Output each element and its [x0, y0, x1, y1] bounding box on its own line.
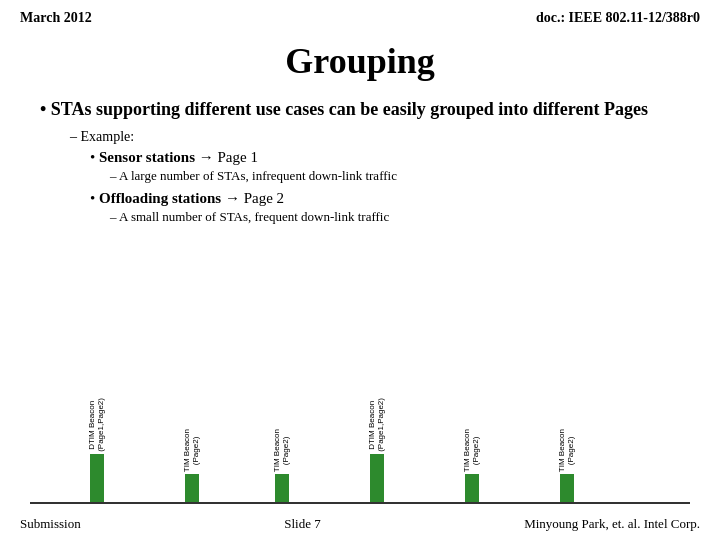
- sub-list: – Example: • Sensor stations → Page 1 – …: [40, 129, 680, 225]
- bullet-dot: •: [40, 99, 51, 119]
- sensor-bullet-dot: •: [90, 149, 99, 165]
- offload-desc: – A small number of STAs, frequent down-…: [70, 209, 680, 225]
- sensor-stations-text: Sensor stations: [99, 149, 195, 165]
- offload-stations-text: Offloading stations: [99, 190, 221, 206]
- footer-center: Slide 7: [81, 516, 524, 532]
- header-right: doc.: IEEE 802.11-12/388r0: [536, 10, 700, 26]
- beacon-0: DTIM Beacon (Page1,Page2): [90, 454, 104, 502]
- beacon-label-4: TIM Beacon (Page2): [463, 429, 481, 472]
- beacon-1: TIM Beacon (Page2): [185, 474, 199, 502]
- diagram-section: DTIM Beacon (Page1,Page2)TIM Beacon (Pag…: [30, 389, 690, 504]
- header-bar: March 2012 doc.: IEEE 802.11-12/388r0: [0, 0, 720, 32]
- beacon-3: DTIM Beacon (Page1,Page2): [370, 454, 384, 502]
- beacon-label-2: TIM Beacon (Page2): [273, 429, 291, 472]
- beacon-bar-1: [185, 474, 199, 502]
- sensor-item: • Sensor stations → Page 1: [70, 149, 680, 166]
- baseline: [30, 502, 690, 504]
- beacon-4: TIM Beacon (Page2): [465, 474, 479, 502]
- offload-bullet-dot: •: [90, 190, 99, 206]
- beacon-bar-2: [275, 474, 289, 502]
- sensor-desc: – A large number of STAs, infrequent dow…: [70, 168, 680, 184]
- example-item: – Example:: [70, 129, 680, 145]
- beacon-bar-0: [90, 454, 104, 502]
- beacon-label-1: TIM Beacon (Page2): [183, 429, 201, 472]
- beacon-5: TIM Beacon (Page2): [560, 474, 574, 502]
- footer-left: Submission: [20, 516, 81, 532]
- sensor-arrow: →: [195, 149, 218, 165]
- offload-page: Page 2: [244, 190, 284, 206]
- offload-arrow: →: [221, 190, 244, 206]
- content-area: • STAs supporting different use cases ca…: [0, 98, 720, 225]
- beacon-bar-3: [370, 454, 384, 502]
- beacon-bar-5: [560, 474, 574, 502]
- beacon-bar-4: [465, 474, 479, 502]
- footer-bar: Submission Slide 7 Minyoung Park, et. al…: [20, 516, 700, 532]
- beacon-label-3: DTIM Beacon (Page1,Page2): [368, 398, 386, 452]
- title-section: Grouping: [0, 40, 720, 82]
- beacon-label-0: DTIM Beacon (Page1,Page2): [88, 398, 106, 452]
- sensor-page: Page 1: [218, 149, 258, 165]
- beacon-label-5: TIM Beacon (Page2): [558, 429, 576, 472]
- main-bullet: • STAs supporting different use cases ca…: [40, 98, 680, 121]
- footer-right: Minyoung Park, et. al. Intel Corp.: [524, 516, 700, 532]
- main-bullet-text: STAs supporting different use cases can …: [51, 99, 648, 119]
- beacon-2: TIM Beacon (Page2): [275, 474, 289, 502]
- offload-item: • Offloading stations → Page 2: [70, 190, 680, 207]
- header-left: March 2012: [20, 10, 92, 26]
- page-title: Grouping: [0, 40, 720, 82]
